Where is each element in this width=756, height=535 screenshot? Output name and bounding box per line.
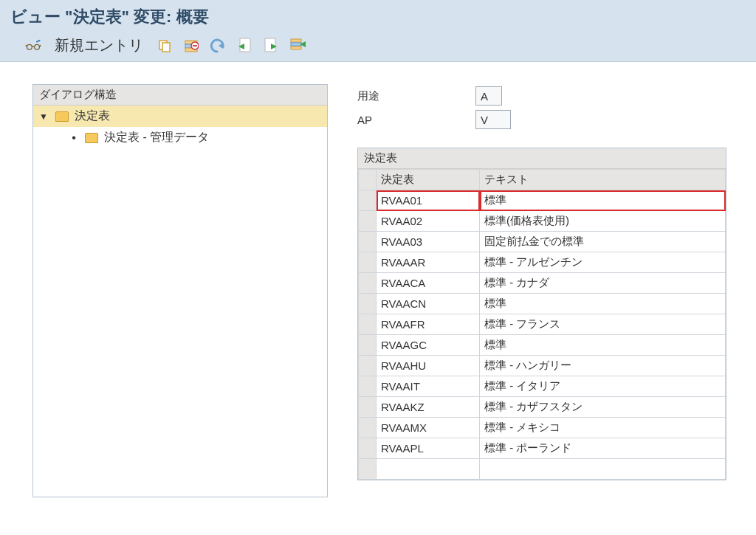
copy-icon[interactable] — [157, 38, 173, 54]
delete-row-icon[interactable] — [183, 38, 199, 54]
row-selector[interactable] — [359, 459, 377, 480]
table-row[interactable]: RVAAGC標準 — [359, 335, 726, 356]
cell-text[interactable]: 標準 - カザフスタン — [480, 397, 726, 418]
svg-rect-14 — [291, 39, 301, 42]
cell-code[interactable]: RVAA02 — [377, 211, 480, 232]
page-title: ビュー "決定表" 変更: 概要 — [10, 6, 746, 28]
cell-code[interactable]: RVAAHU — [377, 356, 480, 376]
display-icon[interactable] — [25, 38, 41, 54]
svg-point-1 — [35, 44, 40, 49]
usage-field[interactable] — [475, 86, 502, 106]
tree-node-child[interactable]: • 決定表 - 管理データ — [33, 127, 327, 148]
usage-label: 用途 — [357, 89, 475, 103]
svg-rect-3 — [162, 43, 170, 52]
svg-rect-16 — [291, 46, 301, 49]
svg-marker-9 — [219, 43, 223, 49]
left-column: ダイアログ構造 ▼ 決定表 • 決定表 - 管理データ — [32, 84, 328, 497]
cell-code[interactable]: RVAAMX — [377, 418, 480, 438]
cell-text[interactable]: 固定前払金での標準 — [480, 232, 726, 252]
row-selector[interactable] — [359, 314, 377, 335]
cell-code[interactable]: RVAAFR — [377, 314, 480, 335]
ap-label: AP — [357, 114, 475, 126]
row-selector[interactable] — [359, 190, 377, 211]
cell-code[interactable]: RVAAGC — [377, 335, 480, 356]
tree-node-root[interactable]: ▼ 決定表 — [33, 106, 327, 127]
grid-title: 決定表 — [358, 148, 726, 169]
table-row[interactable] — [359, 459, 726, 480]
table-row[interactable]: RVAAKZ標準 - カザフスタン — [359, 397, 726, 418]
row-selector[interactable] — [359, 335, 377, 356]
cell-code[interactable]: RVAAPL — [377, 438, 480, 459]
table-row[interactable]: RVAACA標準 - カナダ — [359, 273, 726, 294]
grid-header-text[interactable]: テキスト — [480, 170, 726, 190]
cell-text[interactable]: 標準 - アルゼンチン — [480, 252, 726, 273]
table-row[interactable]: RVAA03固定前払金での標準 — [359, 232, 726, 252]
svg-point-0 — [27, 44, 32, 49]
table-row[interactable]: RVAAAR標準 - アルゼンチン — [359, 252, 726, 273]
cell-code[interactable]: RVAAKZ — [377, 397, 480, 418]
table-row[interactable]: RVAAMX標準 - メキシコ — [359, 418, 726, 438]
form-row-usage: 用途 — [357, 84, 726, 108]
bullet-icon: • — [69, 131, 79, 145]
header-bar: ビュー "決定表" 変更: 概要 新規エントリ — [0, 0, 756, 62]
folder-icon — [85, 133, 98, 143]
row-selector[interactable] — [359, 232, 377, 252]
cell-text[interactable]: 標準 - メキシコ — [480, 418, 726, 438]
cell-code[interactable]: RVAAAR — [377, 252, 480, 273]
grid-header-select[interactable] — [359, 170, 377, 190]
cell-text[interactable]: 標準 - フランス — [480, 314, 726, 335]
row-selector[interactable] — [359, 211, 377, 232]
cell-text[interactable]: 標準 — [480, 190, 726, 211]
row-selector[interactable] — [359, 252, 377, 273]
previous-page-icon[interactable] — [236, 38, 252, 54]
new-entry-button[interactable]: 新規エントリ — [52, 35, 146, 55]
table-row[interactable]: RVAAIT標準 - イタリア — [359, 376, 726, 397]
undo-icon[interactable] — [210, 38, 226, 54]
next-page-icon[interactable] — [263, 38, 279, 54]
ap-field[interactable] — [475, 110, 511, 129]
cell-text[interactable] — [480, 459, 726, 480]
form-row-ap: AP — [357, 108, 726, 131]
content: ダイアログ構造 ▼ 決定表 • 決定表 - 管理データ 用途 AP 決定表 — [0, 62, 756, 497]
table-row[interactable]: RVAA01標準 — [359, 190, 726, 211]
cell-code[interactable]: RVAAIT — [377, 376, 480, 397]
table-row[interactable]: RVAAPL標準 - ポーランド — [359, 438, 726, 459]
cell-text[interactable]: 標準 - ポーランド — [480, 438, 726, 459]
tree-node-label: 決定表 - 管理データ — [104, 130, 209, 145]
cell-text[interactable]: 標準 - イタリア — [480, 376, 726, 397]
table-row[interactable]: RVAA02標準(価格表使用) — [359, 211, 726, 232]
row-selector[interactable] — [359, 418, 377, 438]
cell-text[interactable]: 標準 - カナダ — [480, 273, 726, 294]
dialog-structure-header: ダイアログ構造 — [33, 85, 327, 106]
cell-code[interactable]: RVAACN — [377, 294, 480, 314]
row-selector[interactable] — [359, 397, 377, 418]
cell-text[interactable]: 標準 - ハンガリー — [480, 356, 726, 376]
grid-panel: 決定表 決定表 テキスト RVAA01標準RVAA02標準(価格表使用)RVAA… — [357, 148, 726, 480]
cell-text[interactable]: 標準 — [480, 294, 726, 314]
cell-code[interactable]: RVAA03 — [377, 232, 480, 252]
cell-text[interactable]: 標準 — [480, 335, 726, 356]
table-row[interactable]: RVAAHU標準 - ハンガリー — [359, 356, 726, 376]
cell-text[interactable]: 標準(価格表使用) — [480, 211, 726, 232]
expand-icon[interactable]: ▼ — [39, 111, 49, 122]
row-selector[interactable] — [359, 273, 377, 294]
row-selector[interactable] — [359, 356, 377, 376]
toolbar: 新規エントリ — [10, 34, 746, 61]
dialog-structure-panel: ダイアログ構造 ▼ 決定表 • 決定表 - 管理データ — [32, 84, 328, 497]
tree-node-label: 決定表 — [75, 108, 110, 124]
cell-code[interactable]: RVAACA — [377, 273, 480, 294]
cell-code[interactable] — [377, 459, 480, 480]
row-selector[interactable] — [359, 438, 377, 459]
folder-icon — [55, 111, 69, 122]
select-icon[interactable] — [289, 38, 306, 54]
cell-code[interactable]: RVAA01 — [377, 190, 480, 211]
right-column: 用途 AP 決定表 決定表 テキスト RVAA01標準RVAA02標準(価格表使… — [357, 84, 726, 497]
row-selector[interactable] — [359, 294, 377, 314]
row-selector[interactable] — [359, 376, 377, 397]
table-row[interactable]: RVAACN標準 — [359, 294, 726, 314]
svg-rect-15 — [291, 43, 301, 46]
grid-header-code[interactable]: 決定表 — [377, 170, 480, 190]
table-row[interactable]: RVAAFR標準 - フランス — [359, 314, 726, 335]
determine-table: 決定表 テキスト RVAA01標準RVAA02標準(価格表使用)RVAA03固定… — [358, 169, 726, 480]
